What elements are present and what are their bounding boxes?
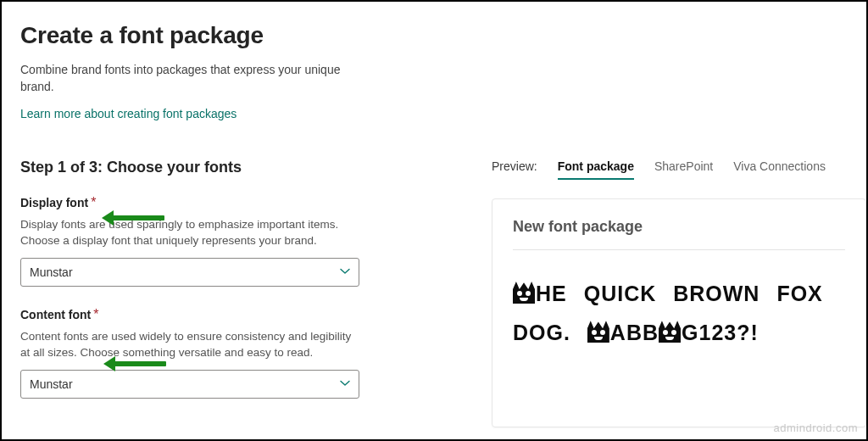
- required-indicator: *: [91, 195, 96, 209]
- content-font-value: Munstar: [30, 377, 73, 391]
- preview-label: Preview:: [492, 159, 537, 173]
- sample-word: QUICK: [584, 274, 657, 313]
- preview-heading: New font package: [513, 218, 845, 236]
- sample-word: G123?!: [682, 321, 759, 344]
- display-font-value: Munstar: [30, 265, 73, 279]
- page-description: Combine brand fonts into packages that e…: [20, 61, 359, 96]
- page-title: Create a font package: [20, 22, 375, 49]
- content-font-label: Content font: [20, 308, 91, 321]
- chevron-down-icon: [340, 377, 350, 391]
- sample-word: BROWN: [673, 274, 760, 313]
- step-title: Step 1 of 3: Choose your fonts: [20, 159, 375, 176]
- annotation-arrow-icon: [112, 215, 164, 220]
- monster-glyph-icon: [587, 321, 609, 343]
- display-font-select[interactable]: Munstar: [20, 258, 359, 287]
- tab-font-package[interactable]: Font package: [558, 159, 634, 180]
- display-font-label: Display font: [20, 196, 88, 209]
- display-font-help: Display fonts are used sparingly to emph…: [20, 216, 359, 249]
- learn-more-link[interactable]: Learn more about creating font packages: [20, 107, 236, 120]
- monster-glyph-icon: [513, 282, 535, 304]
- tab-viva-connections[interactable]: Viva Connections: [733, 159, 826, 178]
- sample-word: FOX: [776, 274, 822, 313]
- chevron-down-icon: [340, 265, 350, 279]
- sample-word: HE: [536, 282, 567, 305]
- sample-word: ABB: [610, 321, 659, 344]
- display-font-field: Display font* Display fonts are used spa…: [20, 195, 375, 287]
- required-indicator: *: [93, 307, 98, 321]
- font-sample: HE QUICK BROWN FOX DOG. ABBG123?!: [513, 274, 845, 353]
- content-font-help: Content fonts are used widely to ensure …: [20, 328, 359, 361]
- divider: [513, 249, 845, 250]
- sample-word: DOG.: [513, 313, 570, 352]
- content-font-field: Content font* Content fonts are used wid…: [20, 307, 375, 399]
- monster-glyph-icon: [659, 321, 681, 343]
- annotation-arrow-icon: [114, 361, 166, 366]
- tab-sharepoint[interactable]: SharePoint: [654, 159, 713, 178]
- preview-card: New font package HE QUICK BROWN FOX DOG.…: [492, 198, 866, 427]
- content-font-select[interactable]: Munstar: [20, 370, 359, 399]
